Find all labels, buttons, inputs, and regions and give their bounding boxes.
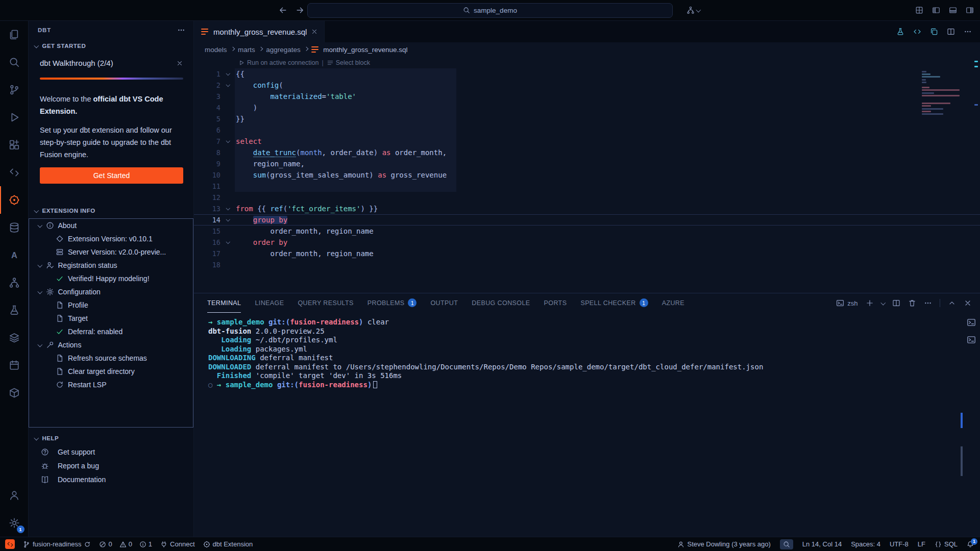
search-status[interactable]: [780, 539, 793, 549]
code-line-3[interactable]: 3 materialized='table': [194, 91, 980, 102]
code-line-11[interactable]: 11: [194, 181, 980, 192]
activity-item-extensions[interactable]: [0, 131, 29, 159]
activity-item-search[interactable]: [0, 48, 29, 76]
terminal-output[interactable]: → sample_demo git:(fusion-readiness) cle…: [208, 318, 957, 389]
kill-terminal-icon[interactable]: [908, 299, 916, 307]
toggle-panel-icon[interactable]: [949, 6, 957, 14]
activity-item-database[interactable]: [0, 214, 29, 241]
editor-grid-icon[interactable]: [915, 6, 923, 14]
activity-item-sqltools[interactable]: A: [0, 241, 29, 269]
tree-item-actions[interactable]: Actions: [29, 338, 193, 352]
git-blame-status[interactable]: Steve Dowling (3 years ago): [677, 540, 770, 548]
section-get-started[interactable]: GET STARTED: [29, 39, 193, 53]
cursor-position-status[interactable]: Ln 14, Col 14: [802, 540, 842, 548]
tree-item-refresh-source-schemas[interactable]: Refresh source schemas: [29, 352, 193, 365]
terminal-scrollbar[interactable]: [961, 446, 963, 476]
activity-item-lineage[interactable]: [0, 269, 29, 296]
panel-tab-lineage[interactable]: LINEAGE: [255, 293, 284, 313]
code-line-4[interactable]: 4 ): [194, 102, 980, 113]
activity-item-accounts[interactable]: [0, 482, 29, 509]
terminal-instance-icon[interactable]: [967, 335, 976, 344]
tree-item-target[interactable]: Target: [29, 312, 193, 325]
fold-icon[interactable]: [226, 240, 230, 244]
code-line-5[interactable]: 5}}: [194, 113, 980, 124]
tree-item-clear-target-directory[interactable]: Clear target directory: [29, 365, 193, 378]
panel-tab-output[interactable]: OUTPUT: [430, 293, 458, 313]
compiled-code-icon[interactable]: [913, 28, 921, 36]
select-block-lens[interactable]: Select block: [327, 59, 370, 66]
code-line-10[interactable]: 10 sum(gross_item_sales_amount) as gross…: [194, 169, 980, 181]
tree-item-restart-lsp[interactable]: Restart LSP: [29, 378, 193, 391]
code-line-9[interactable]: 9 region_name,: [194, 158, 980, 169]
activity-item-packages[interactable]: [0, 379, 29, 407]
dbt-extension-status[interactable]: dbt Extension: [203, 540, 253, 548]
code-line-17[interactable]: 17 order_month, region_name: [194, 248, 980, 259]
section-help[interactable]: HELP: [29, 432, 193, 445]
indentation-status[interactable]: Spaces: 4: [851, 540, 880, 548]
tab-monthly-gross-revenue[interactable]: monthly_gross_revenue.sql: [194, 21, 325, 42]
fold-icon[interactable]: [226, 217, 230, 221]
code-line-8[interactable]: 8 date_trunc(month, order_date) as order…: [194, 147, 980, 158]
forward-icon[interactable]: [296, 6, 305, 15]
code-line-14[interactable]: 14 group by: [194, 214, 980, 226]
code-line-16[interactable]: 16 order by: [194, 237, 980, 248]
breadcrumb-item[interactable]: marts: [238, 46, 255, 54]
fold-icon[interactable]: [226, 71, 230, 76]
panel-tab-problems[interactable]: PROBLEMS1: [368, 293, 417, 313]
activity-item-settings[interactable]: 1: [0, 509, 29, 537]
tree-item-server-version-v2-0-0-previe[interactable]: Server Version: v2.0.0-previe...: [29, 245, 193, 259]
remote-indicator[interactable]: [5, 539, 15, 549]
code-line-2[interactable]: 2 config(: [194, 80, 980, 91]
tree-item-deferral-enabled[interactable]: Deferral: enabled: [29, 325, 193, 338]
breadcrumb-item[interactable]: aggregates: [266, 46, 301, 54]
activity-item-run-and-debug[interactable]: [0, 104, 29, 131]
tree-item-about[interactable]: About: [29, 219, 193, 232]
get-started-button[interactable]: Get Started: [40, 167, 183, 184]
code-line-15[interactable]: 15 order_month, region_name: [194, 226, 980, 237]
activity-item-dbt[interactable]: [0, 186, 29, 214]
terminal-scroll-indicator[interactable]: [961, 413, 963, 428]
new-terminal-icon[interactable]: [866, 299, 874, 307]
toggle-secondary-sidebar-icon[interactable]: [966, 6, 974, 14]
help-item-get-support[interactable]: Get support: [29, 445, 193, 459]
panel-tab-azure[interactable]: AZURE: [662, 293, 684, 313]
more-actions-icon[interactable]: [964, 28, 972, 36]
maximize-panel-icon[interactable]: [948, 299, 956, 307]
fold-icon[interactable]: [226, 206, 230, 210]
copy-icon[interactable]: [930, 28, 938, 36]
shell-selector[interactable]: zsh: [836, 299, 857, 307]
help-item-documentation[interactable]: Documentation: [29, 472, 193, 486]
panel-more-icon[interactable]: [924, 299, 932, 307]
code-line-18[interactable]: 18: [194, 259, 980, 270]
sidebar-more-actions-icon[interactable]: [177, 26, 185, 34]
panel-tab-spell-checker[interactable]: SPELL CHECKER1: [580, 293, 648, 313]
code-line-1[interactable]: 1{{: [194, 68, 980, 80]
activity-item-remote-explorer[interactable]: [0, 159, 29, 186]
activity-item-layers[interactable]: [0, 324, 29, 352]
close-panel-icon[interactable]: [964, 299, 972, 307]
close-tab-icon[interactable]: [311, 28, 318, 35]
panel-tab-query-results[interactable]: QUERY RESULTS: [298, 293, 353, 313]
eol-status[interactable]: LF: [918, 540, 925, 548]
activity-item-scheduler[interactable]: [0, 352, 29, 379]
tree-item-profile[interactable]: Profile: [29, 298, 193, 312]
command-center-search[interactable]: sample_demo: [307, 3, 673, 18]
breadcrumb-item[interactable]: models: [205, 46, 227, 54]
remote-session-button[interactable]: [687, 6, 700, 14]
problems-status[interactable]: 0 0 1: [99, 540, 152, 548]
split-editor-icon[interactable]: [947, 28, 955, 36]
panel-tab-debug-console[interactable]: DEBUG CONSOLE: [472, 293, 530, 313]
toggle-sidebar-icon[interactable]: [932, 6, 940, 14]
code-line-12[interactable]: 12: [194, 192, 980, 203]
activity-item-tests[interactable]: [0, 296, 29, 324]
close-walkthrough-icon[interactable]: [176, 60, 183, 67]
encoding-status[interactable]: UTF-8: [890, 540, 909, 548]
section-extension-info[interactable]: EXTENSION INFO: [29, 204, 193, 217]
code-line-7[interactable]: 7select: [194, 136, 980, 147]
notifications-bell[interactable]: 1: [967, 541, 974, 548]
tree-item-registration-status[interactable]: Registration status: [29, 259, 193, 272]
panel-tab-ports[interactable]: PORTS: [544, 293, 567, 313]
run-on-connection-lens[interactable]: Run on active connection: [238, 59, 318, 66]
tree-item-configuration[interactable]: Configuration: [29, 285, 193, 298]
connect-status[interactable]: Connect: [160, 540, 194, 548]
